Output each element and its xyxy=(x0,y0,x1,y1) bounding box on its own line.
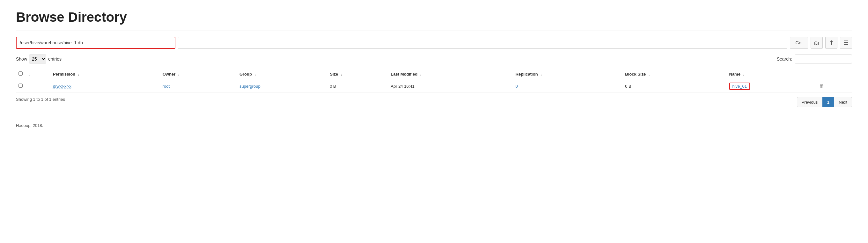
entries-label: entries xyxy=(48,56,62,62)
path-filler xyxy=(178,37,787,49)
header-actions xyxy=(817,68,852,80)
group-link[interactable]: supergroup xyxy=(240,84,260,89)
row-permission: drwxr-xr-x xyxy=(51,80,160,92)
folder-icon-button[interactable]: 🗂 xyxy=(811,37,823,49)
row-checkbox-cell xyxy=(16,80,26,92)
previous-button[interactable]: Previous xyxy=(797,97,823,107)
header-group[interactable]: Group ↕ xyxy=(237,68,327,80)
pagination: Previous 1 Next xyxy=(797,97,852,107)
row-name: hive_01 xyxy=(727,80,817,92)
search-input[interactable] xyxy=(795,55,852,63)
row-index xyxy=(26,80,51,92)
table-header-row: ↕ Permission ↕ Owner ↕ Group ↕ Size ↕ La… xyxy=(16,68,852,80)
row-block-size: 0 B xyxy=(622,80,726,92)
last-modified-sort-icon: ↕ xyxy=(420,72,422,76)
replication-link[interactable]: 0 xyxy=(516,84,518,89)
table-row: drwxr-xr-x root supergroup 0 B Apr 24 16… xyxy=(16,80,852,92)
header-sort[interactable]: ↕ xyxy=(26,68,51,80)
name-link[interactable]: hive_01 xyxy=(729,83,750,90)
path-bar: Go! 🗂 ⬆ ☰ xyxy=(16,37,852,49)
owner-link[interactable]: root xyxy=(163,84,169,89)
footer: Hadoop, 2018. xyxy=(16,123,852,128)
permission-link[interactable]: drwxr-xr-x xyxy=(53,84,71,89)
block-size-sort-icon: ↕ xyxy=(648,72,650,76)
row-replication: 0 xyxy=(513,80,623,92)
list-icon: ☰ xyxy=(843,39,848,46)
header-block-size[interactable]: Block Size ↕ xyxy=(622,68,726,80)
bottom-row: Showing 1 to 1 of 1 entries Previous 1 N… xyxy=(16,97,852,114)
search-row: Search: xyxy=(777,55,852,63)
entries-select[interactable]: 10 25 50 100 xyxy=(29,55,46,63)
showing-text: Showing 1 to 1 of 1 entries xyxy=(16,97,65,102)
go-button[interactable]: Go! xyxy=(790,37,808,49)
upload-icon-button[interactable]: ⬆ xyxy=(825,37,837,49)
path-input[interactable] xyxy=(16,37,175,49)
header-permission[interactable]: Permission ↕ xyxy=(51,68,160,80)
directory-table: ↕ Permission ↕ Owner ↕ Group ↕ Size ↕ La… xyxy=(16,68,852,92)
name-sort-icon: ↕ xyxy=(743,72,745,76)
row-owner: root xyxy=(160,80,237,92)
folder-icon: 🗂 xyxy=(814,39,819,46)
upload-icon: ⬆ xyxy=(829,39,834,46)
row-delete: 🗑 xyxy=(817,80,852,92)
header-name[interactable]: Name ↕ xyxy=(727,68,817,80)
replication-sort-icon: ↕ xyxy=(540,72,542,76)
header-replication[interactable]: Replication ↕ xyxy=(513,68,623,80)
row-group: supergroup xyxy=(237,80,327,92)
show-label: Show xyxy=(16,56,27,62)
show-entries: Show 10 25 50 100 entries xyxy=(16,55,62,63)
row-size: 0 B xyxy=(327,80,388,92)
header-checkbox xyxy=(16,68,26,80)
delete-button[interactable]: 🗑 xyxy=(819,83,824,89)
select-all-checkbox[interactable] xyxy=(19,71,23,75)
search-label: Search: xyxy=(777,56,792,62)
group-sort-icon: ↕ xyxy=(254,72,256,76)
header-size[interactable]: Size ↕ xyxy=(327,68,388,80)
row-last-modified: Apr 24 16:41 xyxy=(388,80,513,92)
sort-icon: ↕ xyxy=(28,72,30,77)
header-last-modified[interactable]: Last Modified ↕ xyxy=(388,68,513,80)
page-number[interactable]: 1 xyxy=(823,97,834,107)
owner-sort-icon: ↕ xyxy=(178,72,180,76)
next-button[interactable]: Next xyxy=(834,97,852,107)
size-sort-icon: ↕ xyxy=(341,72,342,76)
header-owner[interactable]: Owner ↕ xyxy=(160,68,237,80)
footer-text: Hadoop, 2018. xyxy=(16,123,43,128)
row-checkbox[interactable] xyxy=(19,84,23,88)
page-title: Browse Directory xyxy=(16,9,852,25)
list-icon-button[interactable]: ☰ xyxy=(840,37,852,49)
controls-row: Show 10 25 50 100 entries Search: xyxy=(16,55,852,63)
permission-sort-icon: ↕ xyxy=(78,72,80,76)
